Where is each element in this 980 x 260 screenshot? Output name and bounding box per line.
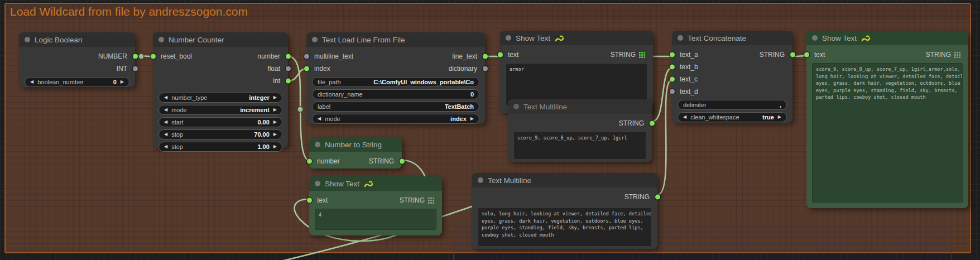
collapse-dot-icon[interactable] [315, 142, 320, 147]
widget-mode[interactable]: ◀ mode increment ▶ [158, 105, 282, 115]
widget-clean-whitespace[interactable]: ◀ clean_whitespace true ▶ [678, 112, 787, 122]
widget-start[interactable]: ◀ start 0.00 ▶ [158, 117, 282, 127]
output-dot[interactable] [400, 159, 405, 164]
multiline-text-field[interactable]: score_9, score_8_up, score_7_up, 1girl [513, 132, 646, 160]
node-titlebar[interactable]: Text Load Line From File [306, 32, 485, 47]
slot-row: index dictionary [306, 62, 485, 75]
stepper-right-icon[interactable]: ▶ [273, 132, 277, 137]
node-titlebar[interactable]: Number Counter [153, 32, 288, 47]
output-dot[interactable] [483, 66, 488, 71]
stepper-left-icon[interactable]: ◀ [164, 108, 167, 112]
widget-step[interactable]: ◀ step 1.00 ▶ [158, 142, 282, 152]
collapse-dot-icon[interactable] [506, 35, 511, 41]
input-dot[interactable] [498, 52, 503, 57]
stepper-right-icon[interactable]: ▶ [778, 115, 781, 119]
output-slot-int: int [153, 75, 288, 87]
collapse-dot-icon[interactable] [478, 177, 483, 183]
input-dot[interactable] [307, 159, 312, 164]
stepper-right-icon[interactable]: ▶ [470, 117, 474, 121]
node-number-to-string[interactable]: Number to String number STRING [309, 137, 402, 168]
widget-dictionary-name[interactable]: dictionary_name 0 [312, 89, 479, 99]
stepper-left-icon[interactable]: ◀ [318, 117, 321, 121]
widget-number-type[interactable]: ◀ number_type integer ▶ [158, 93, 282, 103]
node-titlebar[interactable]: Text Multiline [472, 173, 657, 187]
output-dot[interactable] [286, 54, 291, 59]
node-titlebar[interactable]: Text Multiline [508, 99, 652, 114]
collapse-dot-icon[interactable] [158, 37, 164, 42]
widget-delimiter[interactable]: delimiter , [678, 100, 787, 110]
widget-label[interactable]: label TextBatch [312, 102, 479, 112]
input-dot[interactable] [670, 65, 675, 70]
output-slot-float: float [153, 62, 288, 75]
graph-canvas[interactable]: Load Wildcard from file by andreszsogon.… [0, 0, 980, 260]
widget-mode[interactable]: ◀ mode index ▶ [312, 114, 479, 124]
stepper-left-icon[interactable]: ◀ [30, 80, 33, 84]
collapse-dot-icon[interactable] [25, 37, 30, 42]
node-title: Number Counter [169, 36, 224, 44]
output-dot[interactable] [790, 52, 795, 57]
input-slot-text-d: text_d [672, 85, 792, 98]
collapse-dot-icon[interactable] [312, 37, 318, 42]
collapse-dot-icon[interactable] [812, 35, 818, 41]
slot-row: multiline_text line_text [306, 50, 485, 62]
node-text-concatenate[interactable]: Text Concatenate text_a STRING text_b te… [672, 31, 792, 123]
collapse-dot-icon[interactable] [678, 35, 683, 41]
output-slot-string: STRING [472, 191, 657, 203]
node-show-text-bottom[interactable]: Show Text text STRING [309, 176, 442, 235]
output-dot[interactable] [286, 66, 291, 71]
show-text-output-field[interactable]: 4 [315, 209, 436, 230]
slot-row: text_a STRING [672, 49, 792, 61]
group-header[interactable]: Load Wildcard from file by andreszsogon.… [6, 4, 970, 20]
node-text-multiline-mid[interactable]: Text Multiline STRING score_9, score_8_u… [508, 99, 652, 162]
input-dot[interactable] [804, 52, 809, 57]
node-logic-boolean[interactable]: Logic Boolean NUMBER INT ◀ boolean_numbe… [19, 32, 135, 87]
node-text-multiline-bottom[interactable]: Text Multiline STRING solo, long hair, l… [472, 173, 657, 249]
string-grid-icon [428, 198, 434, 204]
node-titlebar[interactable]: Show Text [500, 31, 653, 45]
input-slot-text-b: text_b [672, 61, 792, 73]
node-titlebar[interactable]: Text Concatenate [672, 31, 792, 45]
node-title: Text Multiline [488, 176, 531, 185]
node-text-load-line-from-file[interactable]: Text Load Line From File multiline_text … [306, 32, 485, 124]
show-text-output-field[interactable]: score_9, score_8_up, score_7_up, 1girl,a… [812, 63, 963, 203]
stepper-right-icon[interactable]: ▶ [121, 80, 124, 84]
node-titlebar[interactable]: Show Text [309, 176, 442, 191]
node-titlebar[interactable]: Logic Boolean [19, 32, 135, 47]
output-dot[interactable] [133, 66, 138, 71]
input-dot[interactable] [304, 66, 309, 71]
stepper-right-icon[interactable]: ▶ [273, 120, 277, 124]
stepper-right-icon[interactable]: ▶ [273, 95, 277, 100]
input-dot[interactable] [670, 77, 675, 82]
node-title: Number to String [325, 141, 382, 149]
input-dot[interactable] [307, 198, 312, 203]
collapse-dot-icon[interactable] [315, 181, 320, 186]
node-number-counter[interactable]: Number Counter reset_bool number float i… [153, 32, 288, 148]
slot-row: text STRING [806, 49, 968, 61]
stepper-right-icon[interactable]: ▶ [273, 108, 277, 112]
node-titlebar[interactable]: Number to String [309, 137, 402, 152]
snake-icon [364, 180, 374, 188]
output-dot[interactable] [133, 54, 138, 59]
collapse-dot-icon[interactable] [513, 104, 519, 109]
input-dot[interactable] [304, 54, 309, 59]
stepper-left-icon[interactable]: ◀ [164, 95, 167, 100]
multiline-text-field[interactable]: solo, long hair, looking at viewer, deta… [478, 208, 652, 247]
widget-boolean-number[interactable]: ◀ boolean_number 0 ▶ [25, 77, 129, 87]
stepper-left-icon[interactable]: ◀ [164, 145, 167, 149]
input-dot[interactable] [670, 89, 675, 94]
output-dot[interactable] [650, 121, 655, 126]
string-grid-icon [639, 52, 645, 58]
widget-stop[interactable]: ◀ stop 70.00 ▶ [158, 129, 282, 139]
stepper-right-icon[interactable]: ▶ [273, 145, 277, 149]
input-dot[interactable] [670, 52, 675, 57]
output-dot[interactable] [655, 195, 660, 200]
node-show-text-right[interactable]: Show Text text STRING [806, 31, 968, 208]
input-dot[interactable] [151, 54, 156, 59]
output-dot[interactable] [286, 79, 291, 84]
stepper-left-icon[interactable]: ◀ [164, 120, 167, 124]
widget-file-path[interactable]: file_path C:\ComfyUI_windows_portable\Co [312, 77, 479, 87]
stepper-left-icon[interactable]: ◀ [164, 132, 167, 137]
output-dot[interactable] [483, 54, 488, 59]
stepper-left-icon[interactable]: ◀ [683, 115, 686, 119]
node-titlebar[interactable]: Show Text [806, 31, 968, 45]
